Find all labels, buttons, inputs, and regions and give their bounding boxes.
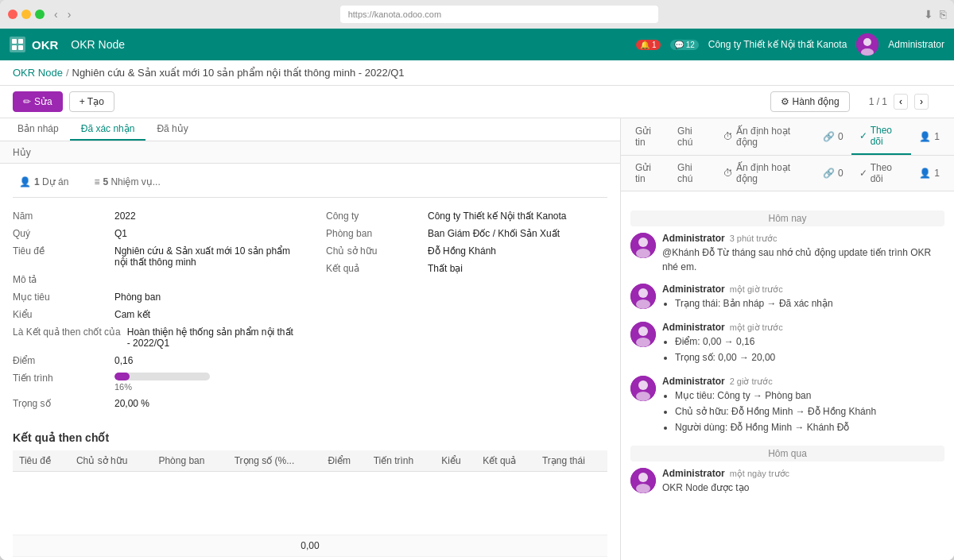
avatar-2 (630, 284, 656, 309)
chat-badge[interactable]: 💬 12 (670, 40, 699, 50)
notification-badge[interactable]: 🔔 1 (636, 40, 661, 50)
key-results-table: Tiêu đề Chủ sở hữu Phòng ban Trọng số (%… (13, 450, 607, 557)
edit-button[interactable]: ✏ Sửa (13, 91, 63, 112)
breadcrumb-separator: / (66, 67, 69, 79)
main-layout: Bản nháp Đã xác nhận Đã hủy Hủy (0, 118, 954, 560)
status-tab-bar: Bản nháp Đã xác nhận Đã hủy (0, 118, 620, 141)
chatter-top-tabs: Gửi tin Ghi chú ⏱ Ấn định hoạt động 🔗 0 (621, 118, 954, 156)
chatter-tab2-attachments[interactable]: 🔗 0 (815, 161, 851, 185)
progress-bar (114, 373, 210, 380)
field-ketqua: Kết quả Thất bại (326, 260, 607, 277)
activity-time-4: 2 giờ trước (730, 377, 773, 387)
tasks-icon: ≡ (94, 176, 99, 187)
share-icon[interactable]: ⎘ (940, 8, 946, 21)
action-button[interactable]: ⚙ Hành động (770, 91, 849, 112)
chatter-tab-attachments[interactable]: 🔗 0 (815, 125, 851, 149)
field-quy: Quý Q1 (13, 225, 294, 242)
activity-body-2: Administrator một giờ trước Trạng thái: … (662, 284, 944, 312)
fields-container: Năm 2022 Quý Q1 Tiêu đề Nghiên cứu & Sản… (13, 207, 607, 412)
activity-text-4: Mục tiêu: Công ty → Phòng ban Chủ sở hữu… (662, 388, 944, 434)
col-trangthai: Trạng thái (536, 450, 607, 472)
col-chusohuu: Chủ sở hữu (70, 450, 152, 472)
browser-dots (8, 10, 45, 19)
clock-icon: ⏱ (723, 131, 733, 142)
chatter-tab2-note[interactable]: Ghi chú (669, 156, 716, 191)
svg-point-1 (863, 38, 871, 46)
grid-icon (10, 37, 25, 52)
activity-body-4: Administrator 2 giờ trước Mục tiêu: Công… (662, 376, 944, 436)
check2-icon: ✓ (859, 168, 867, 179)
col-tieude: Tiêu đề (13, 450, 70, 472)
browser-action-icons: ⬇ ⎘ (924, 8, 946, 21)
col-phongban: Phòng ban (152, 450, 227, 472)
checkmark-icon: ✓ (859, 130, 867, 141)
col-tientrinh: Tiến trình (367, 450, 436, 472)
sub-tab-tasks[interactable]: ≡ 5 Nhiệm vụ... (87, 173, 166, 191)
activity-time-5: một ngày trước (730, 469, 789, 479)
activity-user-4: Administrator (662, 376, 725, 387)
download-icon[interactable]: ⬇ (924, 8, 933, 21)
chatter-tab-note[interactable]: Ghi chú (669, 119, 716, 154)
svg-point-17 (636, 484, 650, 493)
chatter-tab-send[interactable]: Gửi tin (627, 119, 669, 154)
project-icon: 👤 (19, 176, 31, 187)
tab-confirmed[interactable]: Đã xác nhận (70, 118, 146, 141)
chatter-content: Hôm nay Administrator (621, 191, 954, 560)
tab-draft[interactable]: Bản nháp (6, 118, 70, 141)
activity-body-1: Administrator 3 phút trước @Khánh Đỗ Từ … (662, 233, 944, 274)
field-chusohuu: Chủ sở hữu Đỗ Hồng Khánh (326, 242, 607, 260)
left-panel: Bản nháp Đã xác nhận Đã hủy Hủy (0, 118, 620, 560)
activity-text-1: @Khánh Đỗ Từ tháng sau nhớ chủ động upda… (662, 245, 944, 274)
cancel-button[interactable]: Hủy (13, 147, 31, 158)
activity-item-2: Administrator một giờ trước Trạng thái: … (630, 284, 944, 312)
chatter-tab-follow[interactable]: ✓ Theo dõi (851, 118, 912, 155)
activity-user-2: Administrator (662, 284, 725, 295)
chatter-tab-activity[interactable]: ⏱ Ấn định hoạt động (716, 119, 815, 154)
sub-tab-bar: 👤 1 Dự án ≡ 5 Nhiệm vụ... (13, 173, 607, 198)
minimize-dot[interactable] (21, 10, 31, 19)
pagination-next-button[interactable]: › (914, 94, 929, 110)
progress-fill (114, 373, 130, 380)
field-nam: Năm 2022 (13, 207, 294, 225)
table-footer-total: 0,00 (13, 535, 607, 557)
activity-time-3: một giờ trước (730, 322, 783, 333)
address-bar[interactable]: https://kanota.odoo.com (340, 6, 658, 23)
nav-back-button[interactable]: ‹ (51, 6, 61, 22)
top-navigation: OKR OKR Node 🔔 1 💬 12 Công ty Thiết kế N… (0, 29, 954, 60)
user-avatar (856, 33, 878, 56)
cancel-bar: Hủy (0, 141, 620, 164)
svg-point-4 (638, 238, 648, 247)
activity-body-5: Administrator một ngày trước OKR Node đư… (662, 468, 944, 495)
create-button[interactable]: + Tạo (69, 91, 114, 112)
svg-point-5 (636, 249, 650, 258)
field-kieu: Kiểu Cam kết (13, 306, 294, 323)
pagination-prev-button[interactable]: ‹ (894, 94, 908, 110)
nav-forward-button[interactable]: › (64, 6, 75, 22)
close-dot[interactable] (8, 10, 17, 19)
col-ketqua: Kết quả (476, 450, 536, 472)
activity-text-2: Trạng thái: Bản nháp → Đã xác nhận (662, 296, 944, 311)
svg-point-8 (636, 299, 650, 309)
tab-cancelled[interactable]: Đã hủy (145, 118, 199, 141)
field-tieude: Tiêu đề Nghiên cứu & Sản xuất mới 10 sản… (13, 242, 294, 271)
chatter-tab2-follow[interactable]: ✓ Theo dõi (851, 156, 912, 191)
svg-point-11 (636, 338, 650, 347)
key-results-section: Kết quả then chốt Tiêu đề Chủ sở hữu Phò… (13, 425, 607, 557)
activity-time-2: một giờ trước (730, 284, 783, 295)
sub-tab-project[interactable]: 👤 1 Dự án (13, 173, 75, 191)
activity-text-5: OKR Node được tạo (662, 481, 944, 495)
chatter-tab2-users[interactable]: 👤 1 (911, 161, 948, 185)
chatter-tab-users[interactable]: 👤 1 (911, 125, 948, 149)
avatar-3 (630, 322, 656, 347)
chatter-tab2-activity[interactable]: ⏱ Ấn định hoạt động (716, 156, 815, 191)
fullscreen-dot[interactable] (35, 10, 45, 19)
activity-user-1: Administrator (662, 233, 725, 244)
user2-icon: 👤 (919, 168, 931, 179)
activity-item-5: Administrator một ngày trước OKR Node đư… (630, 468, 944, 495)
activity-item-3: Administrator một giờ trước Điểm: 0,00 →… (630, 322, 944, 366)
chatter-tab2-send[interactable]: Gửi tin (627, 156, 669, 191)
field-lakeq: Là Kết quả then chốt của Hoàn thiện hệ t… (13, 323, 294, 352)
breadcrumb-parent[interactable]: OKR Node (13, 67, 63, 79)
progress-label: 16% (114, 382, 294, 392)
company-name: Công ty Thiết kế Nội thất Kanota (708, 39, 847, 50)
